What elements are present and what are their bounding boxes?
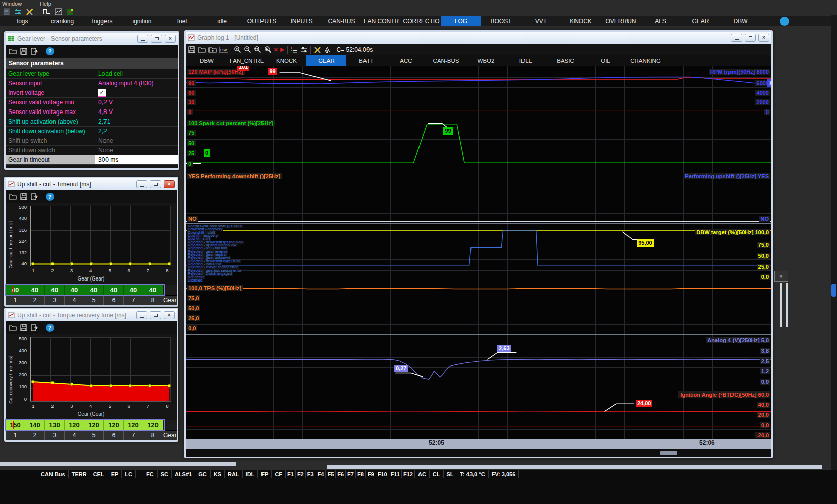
- table-grid-icon[interactable]: [66, 8, 74, 16]
- notebook-icon[interactable]: [2, 8, 11, 16]
- chart-point[interactable]: [31, 262, 35, 266]
- main-tab[interactable]: ignition: [122, 16, 162, 26]
- value-cell[interactable]: 40: [65, 285, 84, 295]
- zoom-out-icon[interactable]: [244, 46, 251, 53]
- export-icon[interactable]: [31, 324, 38, 331]
- invert-voltage-checkbox[interactable]: ✓: [98, 89, 106, 96]
- open-icon[interactable]: [198, 46, 206, 53]
- close-button[interactable]: ×: [758, 34, 769, 42]
- stop-icon[interactable]: ×: [274, 46, 278, 53]
- graph-tab[interactable]: KNOCK: [267, 55, 306, 66]
- save-icon[interactable]: [20, 193, 27, 200]
- table-row[interactable]: Shift up activation (above)2,71: [6, 117, 178, 127]
- channel-list-icon[interactable]: [290, 46, 298, 53]
- timeout-chart[interactable]: Gear cut time out [ms] 50040831622413240…: [8, 204, 175, 284]
- graph-tab[interactable]: GEAR: [306, 55, 346, 66]
- table-row[interactable]: Sensor inputAnalog input 4 (B30): [6, 79, 178, 88]
- zoom-in-icon[interactable]: [234, 46, 241, 53]
- table-row[interactable]: Shift down activation (below)2,2: [6, 127, 178, 136]
- chart-point[interactable]: [109, 384, 113, 387]
- value-cell[interactable]: 140: [25, 420, 45, 430]
- value-cell[interactable]: 40: [104, 285, 124, 295]
- chart-point[interactable]: [50, 381, 54, 385]
- graph-tab[interactable]: ACC: [386, 55, 426, 66]
- main-tab[interactable]: triggers: [82, 16, 122, 26]
- channel-settings-icon[interactable]: [300, 46, 308, 53]
- graph-horizontal-scrollbar[interactable]: [186, 449, 771, 457]
- graph-tab[interactable]: DBW: [187, 55, 227, 66]
- save-icon[interactable]: [20, 48, 27, 55]
- settings-sliders-icon[interactable]: [14, 8, 22, 16]
- menu-help[interactable]: Help: [40, 1, 51, 7]
- time-axis[interactable]: 52:05 52:06: [186, 439, 771, 449]
- chart-point[interactable]: [128, 384, 132, 387]
- graph-tab[interactable]: OIL: [586, 55, 625, 66]
- main-tab[interactable]: logs: [3, 16, 42, 26]
- help-icon[interactable]: ?: [46, 47, 54, 55]
- analog4-panel[interactable]: Analog 4 (V)[250Hz] 5,0 3,8 2,5 1,2 0,0 …: [186, 334, 771, 388]
- save-icon[interactable]: [188, 46, 195, 53]
- menu-window[interactable]: Window: [2, 1, 22, 7]
- open-icon[interactable]: [9, 48, 17, 55]
- main-tab[interactable]: GEAR: [681, 16, 720, 26]
- table-row-editing[interactable]: Gear-in timeout300 ms: [6, 155, 178, 165]
- export-icon[interactable]: [31, 193, 38, 200]
- tools-icon[interactable]: [313, 46, 321, 53]
- square-wave-icon[interactable]: [42, 8, 51, 16]
- minimize-button[interactable]: [731, 34, 742, 42]
- main-tab[interactable]: VVT: [521, 16, 561, 26]
- value-row[interactable]: 150140130120120120120120: [6, 420, 164, 430]
- maximize-button[interactable]: [745, 34, 756, 42]
- value-cell[interactable]: 120: [84, 420, 104, 430]
- chart-point[interactable]: [89, 384, 93, 387]
- save-icon[interactable]: [20, 324, 27, 331]
- main-tab[interactable]: KNOCK: [561, 16, 601, 26]
- graph-log-icon[interactable]: [54, 8, 63, 16]
- table-row[interactable]: Sensor valid voltage min0,2 V: [6, 98, 178, 107]
- chart-point[interactable]: [31, 380, 35, 383]
- value-cell[interactable]: 40: [25, 285, 45, 295]
- chart-point[interactable]: [89, 262, 93, 266]
- chart-point[interactable]: [148, 262, 151, 266]
- graph-tab[interactable]: CAN-BUS: [426, 55, 466, 66]
- value-cell[interactable]: 40: [45, 285, 65, 295]
- open-icon[interactable]: [9, 193, 17, 200]
- graph-tab[interactable]: FAN_CNTRL: [227, 55, 267, 66]
- help-icon[interactable]: ?: [46, 193, 54, 201]
- main-tab[interactable]: BOOST: [481, 16, 521, 26]
- export-icon[interactable]: [31, 48, 38, 55]
- play-icon[interactable]: ▶: [280, 46, 284, 53]
- main-tab[interactable]: INPUTS: [282, 16, 322, 26]
- close-button[interactable]: ×: [165, 35, 176, 43]
- table-row[interactable]: Sensor valid voltage max4,8 V: [6, 107, 178, 117]
- tools-icon[interactable]: [25, 8, 34, 16]
- tab-scroll-button[interactable]: [780, 17, 789, 26]
- map-rpm-panel[interactable]: 120 MAP (kPa)[50Hz] 90 60 30 0 RPM (rpm)…: [186, 66, 771, 117]
- ignition-angle-panel[interactable]: Ignition Angle (°BTDC)[50Hz] 60,0 40,0 2…: [186, 388, 771, 439]
- table-row[interactable]: Shift down switchNone: [6, 146, 178, 155]
- table-row[interactable]: Gear lever typeLoad cell: [6, 69, 178, 79]
- open-append-icon[interactable]: [208, 46, 217, 53]
- main-tab[interactable]: DBW: [720, 16, 760, 26]
- main-tab[interactable]: CORRECTIO: [401, 16, 441, 26]
- performing-shift-panel[interactable]: YES Performing downshift ()[25Hz] NO Per…: [186, 171, 771, 223]
- zoom-fit-icon[interactable]: [254, 46, 261, 53]
- main-tab[interactable]: idle: [202, 16, 242, 26]
- chart-point[interactable]: [70, 382, 74, 386]
- value-cell[interactable]: 40: [6, 285, 25, 295]
- graph-tab[interactable]: WBO2: [466, 55, 506, 66]
- graph-window-titlebar[interactable]: Graph log 1 - [Untitled] ×: [186, 32, 771, 44]
- table-row[interactable]: Shift up switchNone: [6, 136, 178, 146]
- sensor-window-titlebar[interactable]: Gear lever - Sensor parameters ×: [6, 33, 178, 45]
- close-button[interactable]: ×: [164, 180, 175, 188]
- export-csv-icon[interactable]: csv: [219, 47, 228, 53]
- maximize-button[interactable]: [150, 180, 161, 188]
- value-cell[interactable]: 120: [143, 420, 163, 430]
- graph-tab[interactable]: CRANKING: [625, 55, 665, 66]
- gear-shift-state-panel[interactable]: Rearm Gear shift state ()[100Hz]Downshif…: [186, 223, 771, 282]
- graph-plot-area[interactable]: 120 MAP (kPa)[50Hz] 90 60 30 0 RPM (rpm)…: [186, 66, 771, 439]
- value-cell[interactable]: 120: [124, 420, 143, 430]
- main-tab[interactable]: CAN-BUS: [322, 16, 361, 26]
- main-tab[interactable]: FAN CONTR: [361, 16, 401, 26]
- graph-tab[interactable]: BASIC: [546, 55, 586, 66]
